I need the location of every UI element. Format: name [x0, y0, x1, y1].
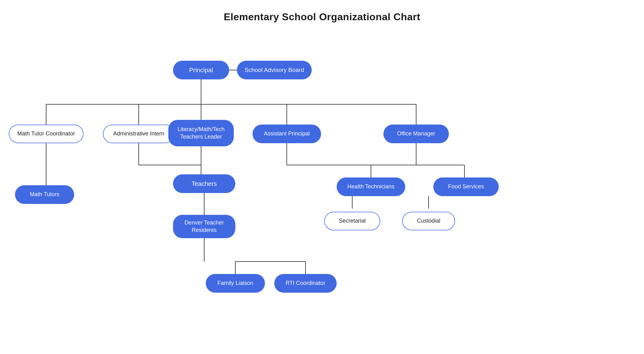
node-principal: Principal [173, 61, 229, 79]
node-denver-teacher: Denver TeacherResidents [173, 215, 235, 238]
node-health-tech: Health Technicians [337, 177, 405, 196]
node-rti-coordinator: RTI Coordinator [274, 274, 337, 293]
connector-lines [0, 25, 644, 354]
node-office-manager: Office Manager [383, 125, 449, 143]
node-math-tutors: Math Tutors [15, 185, 74, 204]
node-family-liaison: Family Liaison [206, 274, 265, 293]
chart-area: Principal School Advisory Board Math Tut… [0, 25, 644, 354]
node-advisory-board: School Advisory Board [237, 61, 312, 79]
node-assistant-principal: Assistant Principal [252, 125, 321, 143]
node-secretarial: Secretarial [324, 212, 380, 230]
node-literacy-leader: Literacy/Math/TechTeachers Leader [168, 120, 234, 146]
node-food-services: Food Services [433, 177, 499, 196]
node-admin-intern: Administrative Intern [103, 125, 175, 143]
node-custodial: Custodial [402, 212, 455, 230]
page-title: Elementary School Organizational Chart [0, 0, 644, 23]
node-math-tutor-coord: Math Tutor Coordinator [9, 125, 84, 143]
node-teachers: Teachers [173, 174, 235, 193]
